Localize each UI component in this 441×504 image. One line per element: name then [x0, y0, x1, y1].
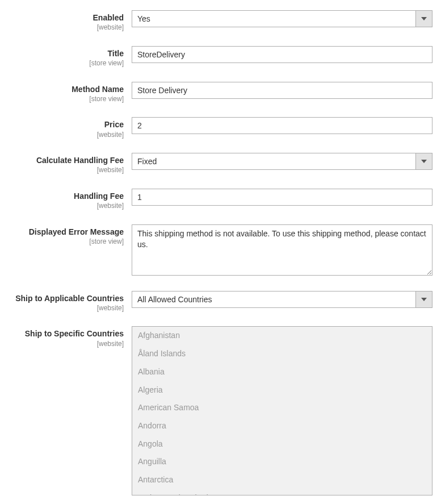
select-enabled[interactable]: Yes [132, 10, 432, 27]
select-handling-type[interactable]: Fixed [132, 153, 432, 170]
label-method-name: Method Name [store view] [8, 82, 132, 104]
country-option[interactable]: Andorra [132, 417, 432, 435]
label-price: Price [website] [8, 117, 132, 139]
label-handling-fee: Handling Fee [website] [8, 189, 132, 211]
label-applicable-countries: Ship to Applicable Countries [website] [8, 291, 132, 313]
field-error-msg: Displayed Error Message [store view] [8, 224, 433, 277]
input-method-name[interactable] [132, 82, 432, 99]
chevron-down-icon [415, 153, 432, 170]
country-option[interactable]: Åland Islands [132, 345, 432, 363]
field-handling-fee: Handling Fee [website] [8, 189, 433, 211]
label-specific-countries: Ship to Specific Countries [website] [8, 326, 132, 348]
field-method-name: Method Name [store view] [8, 82, 433, 104]
field-title: Title [store view] [8, 46, 433, 68]
label-enabled: Enabled [website] [8, 10, 132, 32]
country-option[interactable]: Anguilla [132, 453, 432, 471]
field-applicable-countries: Ship to Applicable Countries [website] A… [8, 291, 433, 313]
input-title[interactable] [132, 46, 432, 63]
field-handling-type: Calculate Handling Fee [website] Fixed [8, 153, 433, 175]
input-price[interactable] [132, 117, 432, 134]
config-form: Enabled [website] Yes Title [store view]… [8, 10, 433, 504]
country-option[interactable]: Antigua and Barbuda [132, 489, 432, 496]
country-option[interactable]: American Samoa [132, 399, 432, 417]
country-option[interactable]: Afghanistan [132, 327, 432, 345]
country-option[interactable]: Antarctica [132, 471, 432, 489]
label-title: Title [store view] [8, 46, 132, 68]
field-enabled: Enabled [website] Yes [8, 10, 433, 32]
label-handling-type: Calculate Handling Fee [website] [8, 153, 132, 175]
multiselect-specific-countries[interactable]: AfghanistanÅland IslandsAlbaniaAlgeriaAm… [132, 326, 432, 495]
country-option[interactable]: Angola [132, 435, 432, 453]
field-specific-countries: Ship to Specific Countries [website] Afg… [8, 326, 433, 495]
chevron-down-icon [415, 291, 432, 308]
textarea-error-msg[interactable] [132, 224, 432, 276]
label-error-msg: Displayed Error Message [store view] [8, 224, 132, 247]
select-applicable-countries[interactable]: All Allowed Countries [132, 291, 432, 308]
country-option[interactable]: Algeria [132, 381, 432, 399]
field-price: Price [website] [8, 117, 433, 139]
input-handling-fee[interactable] [132, 189, 432, 206]
chevron-down-icon [415, 10, 432, 27]
country-option[interactable]: Albania [132, 363, 432, 381]
